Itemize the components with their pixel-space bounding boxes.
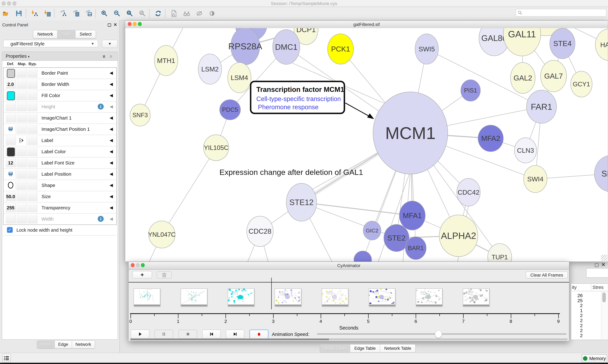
network-node-pck1[interactable]: PCK1 (328, 34, 354, 64)
memory-button[interactable]: Memory (582, 354, 607, 363)
property-row-border-paint[interactable]: Border Paint◀ (3, 68, 116, 79)
frame-thumbnail-4[interactable] (275, 288, 301, 306)
save-session-icon[interactable] (15, 10, 23, 17)
timeline-playhead[interactable] (271, 278, 272, 309)
import-table-icon[interactable] (43, 10, 51, 17)
mapping-cell[interactable] (16, 102, 27, 111)
property-row-label-position[interactable]: Label Position◀ (3, 169, 116, 180)
pause-button[interactable] (154, 330, 173, 338)
bypass-cell[interactable] (27, 203, 37, 212)
collapse-all-icon[interactable]: « (108, 55, 114, 58)
expand-row-icon[interactable]: ◀ (110, 104, 113, 109)
network-node-gic2[interactable]: GIC2 (363, 221, 381, 240)
add-frame-button[interactable]: + (132, 271, 152, 279)
timeline-scrollbar[interactable] (130, 338, 567, 340)
network-node-ste12[interactable]: STE12 (286, 183, 317, 221)
scrollbar-thumb[interactable] (130, 338, 329, 340)
record-button[interactable] (249, 330, 268, 339)
mapping-cell[interactable] (16, 158, 27, 168)
frame-thumbnail-5[interactable] (322, 288, 348, 306)
mapping-cell[interactable] (16, 147, 27, 156)
expand-row-icon[interactable]: ◀ (110, 171, 113, 176)
slider-handle[interactable] (435, 330, 442, 338)
expand-row-icon[interactable]: ◀ (110, 115, 113, 120)
frame-thumbnail-3[interactable] (228, 288, 254, 306)
property-row-border-width[interactable]: 2.0Border Width◀ (3, 79, 116, 90)
frame-thumbnail-2[interactable] (181, 288, 207, 306)
property-row-image-chart-1[interactable]: Image/Chart 1◀ (3, 113, 116, 124)
scrollbar-thumb[interactable] (602, 293, 606, 302)
frame-thumbnail-1[interactable] (134, 288, 160, 306)
network-node-lsm2[interactable]: LSM2 (198, 54, 222, 84)
export-network-icon[interactable] (59, 10, 67, 17)
column-divider[interactable] (591, 284, 591, 290)
network-canvas[interactable]: RPS28BRPS28ADCP1DMC1PCK1MTH1LSM2LSM4SWI5… (125, 28, 608, 261)
network-node-cdc42[interactable]: CDC42 (457, 178, 480, 206)
info-icon[interactable]: i (98, 104, 104, 110)
mapping-cell[interactable] (16, 68, 27, 78)
frame-thumbnail-6[interactable] (369, 288, 395, 306)
network-node-ynl047c[interactable]: YNL047C (148, 221, 175, 248)
lock-checkbox[interactable]: ✓ (7, 227, 13, 233)
network-node-snf3[interactable]: SNF3 (130, 104, 150, 126)
mapping-cell[interactable] (16, 181, 27, 190)
table-cell[interactable]: 2 (571, 313, 583, 318)
expand-row-icon[interactable]: ◀ (110, 127, 113, 131)
network-node-cln3[interactable]: CLN3 (514, 138, 537, 163)
info-icon[interactable]: i (98, 216, 104, 222)
network-node-mfa1[interactable]: MFA1 (399, 201, 425, 230)
default-value-cell[interactable] (6, 102, 16, 111)
cyanimator-titlebar[interactable]: CyAnimator (129, 262, 569, 270)
property-row-label-font-size[interactable]: 12Label Font Size◀ (3, 157, 116, 169)
stop-button[interactable] (179, 330, 197, 338)
close-table-panel-icon[interactable]: ✕ (601, 262, 605, 267)
network-node-mfa2[interactable]: MFA2 (478, 125, 503, 152)
bypass-cell[interactable] (27, 169, 37, 179)
properties-header[interactable]: Properties ▾ » « (2, 52, 118, 61)
bypass-cell[interactable] (27, 158, 37, 168)
default-value-cell[interactable]: 12 (6, 158, 16, 168)
network-node-mcm1[interactable]: MCM1 (373, 92, 448, 174)
network-node-pdc5[interactable]: PDC5 (220, 100, 240, 120)
delete-frame-button[interactable] (157, 271, 172, 279)
default-value-cell[interactable] (6, 147, 16, 156)
network-node-bar1[interactable]: BAR1 (405, 237, 426, 260)
network-node-ste4[interactable]: STE4 (550, 28, 575, 59)
default-value-cell[interactable] (6, 136, 16, 145)
column-header-centrality[interactable]: ity (572, 285, 577, 290)
bypass-cell[interactable] (27, 147, 37, 156)
expand-row-icon[interactable]: ◀ (110, 194, 113, 199)
column-header-stress[interactable]: Stres (593, 285, 604, 290)
network-node-gal2[interactable]: GAL2 (511, 63, 535, 93)
property-row-height[interactable]: Heighti◀ (3, 101, 116, 113)
default-value-cell[interactable] (6, 68, 16, 78)
timeline-ruler[interactable] (130, 313, 560, 314)
import-network-icon[interactable] (31, 10, 39, 17)
zoom-fit-icon[interactable] (126, 10, 134, 17)
frame-thumbnail-7[interactable] (416, 288, 442, 306)
network-node-dmc1[interactable]: DMC1 (273, 30, 300, 64)
tab-edge[interactable]: Edge (55, 341, 72, 348)
property-row-label[interactable]: Label◀ (3, 135, 116, 146)
table-cell[interactable]: 1 (571, 308, 583, 313)
refresh-icon[interactable] (154, 10, 162, 17)
tab-network-table[interactable]: Network Table (380, 345, 415, 352)
default-value-cell[interactable] (6, 214, 16, 224)
play-button[interactable] (131, 330, 149, 338)
style-select[interactable]: galFiltered Style▼ (3, 40, 98, 47)
mapping-cell[interactable] (16, 136, 27, 145)
network-node-swi4[interactable]: SWI4 (524, 165, 547, 193)
mapping-cell[interactable] (16, 203, 27, 212)
network-node-mth1[interactable]: MTH1 (154, 45, 178, 76)
tab-select[interactable]: Select (76, 30, 96, 38)
clear-all-frames-button[interactable]: Clear All Frames (526, 272, 568, 279)
network-node-swi5[interactable]: SWI5 (415, 34, 438, 64)
bypass-cell[interactable] (27, 113, 37, 123)
bypass-cell[interactable] (27, 214, 37, 224)
default-value-cell[interactable]: 255 (6, 203, 16, 212)
network-node-cdc28[interactable]: CDC28 (247, 216, 273, 247)
network-window-titlebar[interactable]: galFiltered.sif (125, 21, 608, 28)
table-scrollbar[interactable] (601, 291, 607, 339)
property-row-shape[interactable]: Shape◀ (3, 180, 116, 191)
table-cell[interactable]: 26 (571, 293, 583, 298)
